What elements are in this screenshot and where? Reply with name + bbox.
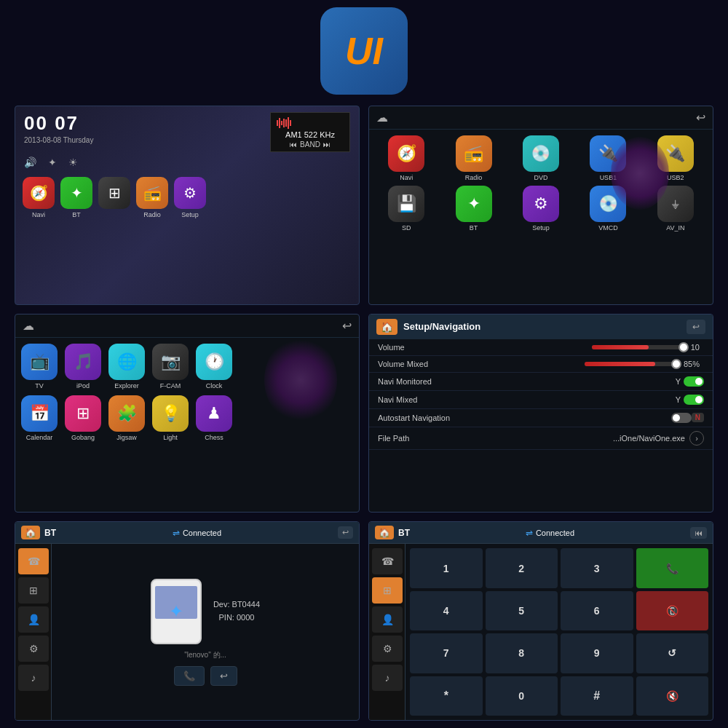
numpad-settings-icon[interactable]: ⚙ [372,636,403,662]
bt-sidebar-contact[interactable]: 👤 [18,606,49,633]
bt-numpad-back-btn[interactable]: ⏮ [690,527,707,539]
grid-sd[interactable]: 💾 SD [375,186,438,232]
num-mute[interactable]: 🔇 [636,676,709,716]
navi-mon-toggle[interactable] [684,376,704,387]
numpad-contact-icon[interactable]: 👤 [372,606,403,633]
grid-bt[interactable]: ✦ BT [442,186,505,232]
bt-sidebar: ☎ ⊞ 👤 ⚙ ♪ [15,544,52,720]
setup-back-btn[interactable]: ↩ [687,320,705,334]
bt-home-btn[interactable]: 🏠 [21,526,40,539]
num-6[interactable]: 6 [561,591,633,630]
num-refresh[interactable]: ↺ [636,633,709,673]
fcam-label: F-CAM [160,382,181,389]
app-setup[interactable]: ⚙ Setup [174,177,206,218]
app-calendar[interactable]: 📅 Calendar [21,395,58,441]
band-label[interactable]: BAND [300,141,320,149]
setup-home-btn[interactable]: 🏠 [376,319,397,335]
navi-mix-toggle[interactable] [684,395,704,405]
numpad-grid-icon[interactable]: ⊞ [372,577,403,604]
app-tv[interactable]: 📺 TV [21,344,58,389]
panel2-header: ☁ ↩ [369,106,713,130]
back-icon-2[interactable]: ↩ [342,319,352,333]
grid-avin[interactable]: ⏚ AV_IN [644,186,707,232]
bt-numpad-header: 🏠 BT ⇌ Connected ⏮ [369,522,713,544]
next-icon[interactable]: ⏭ [323,141,331,149]
app-light[interactable]: 💡 Light [152,395,189,441]
num-3[interactable]: 3 [561,548,633,587]
grid-setup[interactable]: ⚙ Setup [510,186,572,232]
ipod-icon: 🎵 [65,344,101,380]
back-icon[interactable]: ↩ [696,111,705,124]
explorer-icon: 🌐 [108,344,145,380]
num-7[interactable]: 7 [410,633,483,673]
numpad-phone-icon[interactable]: ☎ [372,548,403,574]
num-8[interactable]: 8 [486,633,558,673]
num-1[interactable]: 1 [410,548,483,587]
num-9[interactable]: 9 [561,633,633,673]
bt-numpad-home-btn[interactable]: 🏠 [375,526,394,539]
bt-numpad-title: BT [398,528,410,538]
clock-label: Clock [206,382,223,389]
bt-device-info: Dev: BT0444 PIN: 0000 [213,598,260,624]
bt-numpad-body: ☎ ⊞ 👤 ⚙ ♪ 1 2 3 📞 4 5 6 📵 7 8 9 ↺ * 0 [369,544,713,720]
vol-mixed-value: 85% [684,360,700,368]
app-radio[interactable]: 📻 Radio [136,177,168,218]
numpad-connected-text: Connected [536,529,574,537]
num-star[interactable]: * [410,676,483,716]
grid-icon: ⊞ [98,177,130,209]
app-bt[interactable]: ✦ BT [60,177,92,218]
grid-radio-icon: 📻 [456,135,492,172]
jigsaw-label: Jigsaw [116,434,137,441]
clock-icon: 🕐 [196,344,232,380]
numpad-music-icon[interactable]: ♪ [372,665,403,691]
num-2[interactable]: 2 [486,548,558,587]
num-call[interactable]: 📞 [636,548,709,587]
app-clock[interactable]: 🕐 Clock [196,344,232,389]
grid-usb1-icon: 🔌 [590,135,626,172]
filepath-arrow[interactable]: › [689,431,704,446]
grid-usb2[interactable]: 🔌 USB2 [644,135,707,181]
grid-vmcd[interactable]: 💿 VMCD [577,186,639,232]
volume-slider[interactable] [592,345,687,349]
bt-back-btn[interactable]: ↩ [338,526,353,539]
volume-icon[interactable]: 🔊 [24,157,36,168]
app-chess[interactable]: ♟ Chess [196,395,232,441]
app-fcam[interactable]: 📷 F-CAM [152,344,189,389]
grid-navi[interactable]: 🧭 Navi [375,135,438,181]
num-4[interactable]: 4 [410,591,483,630]
app-navi[interactable]: 🧭 Navi [23,177,55,218]
autostart-toggle[interactable] [671,413,692,423]
grid-usb1[interactable]: 🔌 USB1 [577,135,639,181]
bluetooth-icon[interactable]: ✦ [48,157,57,168]
grid-radio[interactable]: 📻 Radio [442,135,505,181]
grid-vmcd-label: VMCD [598,224,618,232]
num-0[interactable]: 0 [486,676,558,716]
app-jigsaw[interactable]: 🧩 Jigsaw [108,395,145,441]
app-gobang[interactable]: ⊞ Gobang [65,395,101,441]
grid-dvd[interactable]: 💿 DVD [510,135,572,181]
bt-header: 🏠 BT ⇌ Connected ↩ [15,522,359,544]
date-display: 2013-08-08 Thursday [24,136,93,144]
bt-hangup-btn[interactable]: ↩ [210,666,237,686]
light-icon: 💡 [152,395,189,432]
bt-sidebar-music[interactable]: ♪ [18,665,49,691]
autostart-n: N [692,413,704,422]
settings-volume: Volume 10 [369,339,713,356]
bt-sidebar-grid[interactable]: ⊞ [18,577,49,604]
vol-mixed-slider[interactable] [585,362,679,366]
app-ipod[interactable]: 🎵 iPod [65,344,101,389]
bt-call-btn[interactable]: 📞 [174,666,205,686]
bt-sidebar-settings[interactable]: ⚙ [18,636,49,662]
num-hangup[interactable]: 📵 [636,591,709,630]
navi-mon-y: Y [676,377,681,386]
num-hash[interactable]: # [561,676,633,716]
cloud-icon-2: ☁ [23,319,34,333]
app-explorer[interactable]: 🌐 Explorer [108,344,145,389]
num-5[interactable]: 5 [486,591,558,630]
bt-sidebar-phone[interactable]: ☎ [18,548,49,574]
navi-mix-y: Y [676,395,681,404]
app-grid[interactable]: ⊞ [98,177,130,218]
grid-bt-icon: ✦ [456,186,492,222]
brightness-icon[interactable]: ☀ [68,157,78,168]
prev-icon[interactable]: ⏮ [290,141,297,149]
